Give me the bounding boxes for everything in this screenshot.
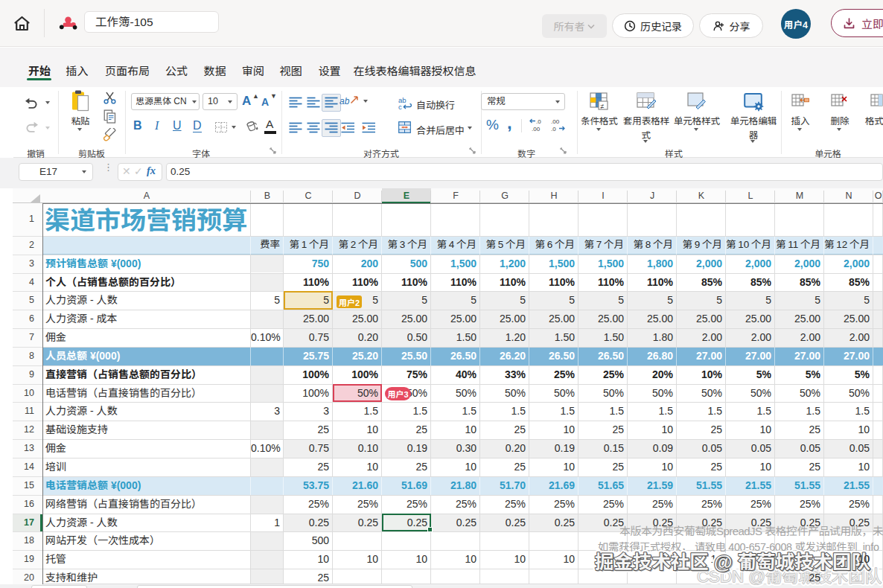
svg-text:≠: ≠: [601, 103, 605, 110]
svg-text:.0: .0: [551, 126, 556, 132]
svg-text:.00: .00: [532, 126, 541, 132]
svg-text:.0: .0: [536, 118, 541, 125]
svg-text:.00: .00: [551, 118, 560, 125]
svg-text:c: c: [398, 103, 402, 110]
